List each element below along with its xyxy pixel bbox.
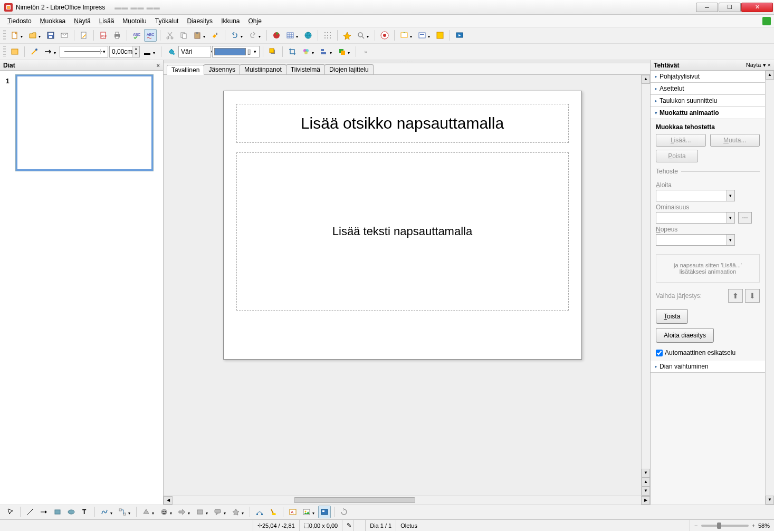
email-button[interactable] [58,29,71,42]
hyperlink-button[interactable] [302,29,314,42]
slide-design-button[interactable]: ▾ [416,29,428,42]
open-button[interactable]: ▾ [26,29,39,42]
tasks-show-menu[interactable]: Näytä ▾ × [746,62,771,69]
section-layouts[interactable]: ▸Asettelut [651,83,765,95]
auto-preview-checkbox[interactable]: Automaattinen esikatselu [656,349,760,356]
paste-button[interactable]: ▾ [191,29,204,42]
print-button[interactable] [111,29,123,42]
fill-type-combo[interactable]: Väri▾ [178,46,211,57]
select-tool[interactable] [4,506,17,518]
undo-button[interactable]: ▾ [228,29,241,42]
zoom-button[interactable]: ▾ [355,29,367,42]
menu-slideshow[interactable]: Diaesitys [183,16,217,26]
minimize-button[interactable]: ─ [696,3,718,12]
spelling-button[interactable]: ABC [130,29,143,42]
shadow-button[interactable] [266,45,279,58]
extension-icon[interactable] [762,17,771,25]
stars-tool[interactable]: ▾ [230,506,242,518]
slide-layout-button[interactable] [434,29,446,42]
rotate-tool[interactable] [338,506,350,518]
more-button[interactable]: » [359,45,372,58]
line-color-button[interactable]: ▾ [141,45,154,58]
tab-notes[interactable]: Muistiinpanot [240,64,286,74]
crop-button[interactable] [286,45,299,58]
points-tool[interactable] [253,506,266,518]
line-width-combo[interactable]: 0,00cm▴▾ [109,46,140,57]
line-tool[interactable] [24,506,36,518]
block-arrows-tool[interactable]: ▾ [176,506,188,518]
gluepoints-tool[interactable] [267,506,280,518]
from-file-tool[interactable]: ▾ [300,506,313,518]
arrow-style-button[interactable]: ▾ [42,45,54,58]
save-button[interactable] [44,29,57,42]
section-custom-animation[interactable]: ▾Muokattu animaatio [651,107,765,119]
tab-outline[interactable]: Jäsennys [204,64,240,74]
flowchart-tool[interactable]: ▾ [194,506,206,518]
callouts-tool[interactable]: ▾ [212,506,224,518]
play-button[interactable]: Toista [656,309,688,324]
maximize-button[interactable]: ☐ [719,3,741,12]
navigator-button[interactable] [341,29,353,42]
tab-handout[interactable]: Tiivistelmä [286,64,325,74]
status-modified-icon[interactable]: ✎ [342,520,354,531]
auto-spellcheck-button[interactable]: ABC [144,29,157,42]
slideshow-button[interactable] [453,29,466,42]
rectangle-tool[interactable] [51,506,64,518]
section-table-design[interactable]: ▸Taulukon suunnittelu [651,95,765,107]
status-layout[interactable]: Oletus [396,520,690,531]
align-button[interactable]: ▾ [318,45,330,58]
slides-thumb-area[interactable]: 1 [0,71,163,505]
menu-help[interactable]: Ohje [244,16,266,26]
gallery-tool[interactable] [318,506,331,518]
menu-edit[interactable]: Muokkaa [36,16,70,26]
table-button[interactable]: ▾ [284,29,297,42]
slide-thumbnail[interactable]: 1 [16,75,153,171]
tab-normal[interactable]: Tavallinen [167,65,204,75]
content-placeholder[interactable]: Lisää teksti napsauttamalla [236,152,569,311]
section-slide-transition[interactable]: ▸Dian vaihtuminen [651,361,765,373]
menu-format[interactable]: Muotoilu [118,16,150,26]
ellipse-tool[interactable] [65,506,78,518]
menu-window[interactable]: Ikkuna [217,16,244,26]
arrow-tool[interactable] [37,506,50,518]
connector-tool[interactable]: ▾ [116,506,129,518]
slide[interactable]: Lisää otsikko napsauttamalla Lisää tekst… [223,91,582,360]
line-props-button[interactable] [28,45,41,58]
toolbar-grip[interactable] [3,30,6,41]
grid-button[interactable] [321,29,334,42]
title-placeholder[interactable]: Lisää otsikko napsauttamalla [236,104,569,143]
close-button[interactable]: ✕ [741,3,773,12]
format-paintbrush-button[interactable] [209,29,222,42]
curve-tool[interactable]: ▾ [98,506,111,518]
zoom-out[interactable]: − [694,523,697,529]
toolbar-grip[interactable] [3,46,6,57]
slide-canvas[interactable]: Lisää otsikko napsauttamalla Lisää tekst… [164,75,641,496]
chart-button[interactable] [270,29,283,42]
menu-insert[interactable]: Lisää [95,16,119,26]
line-style-combo[interactable]: ▾ [60,46,108,57]
edit-file-button[interactable] [78,29,90,42]
text-tool[interactable]: T [79,506,91,518]
redo-button[interactable]: ▾ [246,29,259,42]
help-button[interactable] [378,29,391,42]
fill-props-button[interactable] [165,45,177,58]
arrange-button[interactable]: ▾ [336,45,348,58]
export-pdf-button[interactable]: PDF [97,29,110,42]
slideshow-button[interactable]: Aloita diaesitys [656,328,714,343]
fill-color-combo[interactable]: []▾ [212,46,260,57]
symbol-shapes-tool[interactable]: ▾ [158,506,170,518]
vertical-scrollbar[interactable]: ▲▼▲▼ [641,75,650,496]
zoom-value[interactable]: 58% [758,523,770,529]
zoom-in[interactable]: + [752,523,755,529]
menu-file[interactable]: Tiedosto [3,16,36,26]
add-effect-button[interactable]: Lisää... [656,134,706,147]
filter-button[interactable]: ▾ [300,45,312,58]
fontwork-tool[interactable]: A [286,506,299,518]
cut-button[interactable] [164,29,176,42]
basic-shapes-tool[interactable]: ▾ [140,506,152,518]
slide-button[interactable]: ▾ [398,29,410,42]
section-master-pages[interactable]: ▸Pohjatyylisivut [651,71,765,83]
menu-tools[interactable]: Työkalut [151,16,183,26]
tasks-scrollbar[interactable]: ▲▼ [765,71,774,505]
copy-button[interactable] [177,29,190,42]
